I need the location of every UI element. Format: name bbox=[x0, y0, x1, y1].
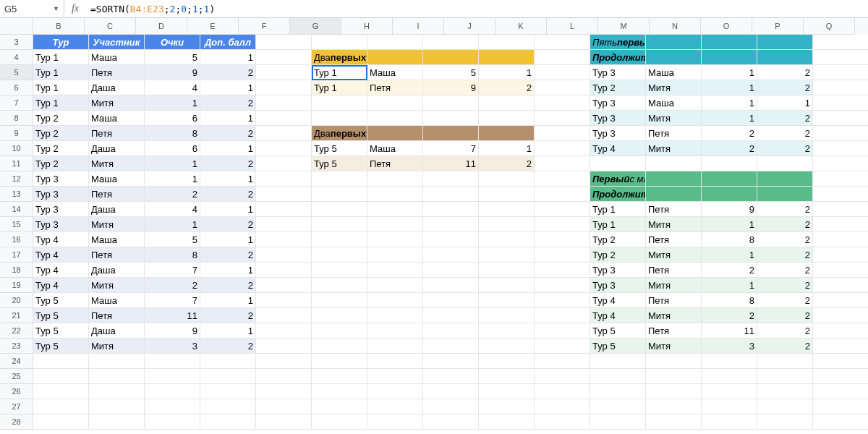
cell-O21[interactable]: 2 bbox=[757, 308, 813, 323]
cell-K3[interactable] bbox=[535, 35, 590, 50]
cell-D27[interactable] bbox=[145, 399, 200, 414]
cell-F16[interactable] bbox=[256, 232, 312, 247]
cell-B7[interactable]: Тур 1 bbox=[33, 95, 89, 111]
cell-K27[interactable] bbox=[535, 399, 590, 414]
cell-I22[interactable] bbox=[423, 323, 479, 339]
cell-G12[interactable] bbox=[312, 171, 367, 187]
cell-G16[interactable] bbox=[312, 232, 367, 247]
cell-H28[interactable] bbox=[367, 414, 423, 430]
cell-C7[interactable]: Митя bbox=[89, 95, 145, 111]
cell-J3[interactable] bbox=[479, 35, 535, 50]
col-header-N[interactable]: N bbox=[650, 18, 701, 35]
row-header-22[interactable]: 22 bbox=[0, 323, 33, 339]
cell-M19[interactable]: Митя bbox=[646, 278, 702, 293]
cell-M7[interactable]: Маша bbox=[646, 95, 702, 111]
cell-B11[interactable]: Тур 2 bbox=[33, 156, 89, 171]
cell-I4[interactable] bbox=[423, 50, 479, 65]
col-header-M[interactable]: M bbox=[598, 18, 650, 35]
cell-G28[interactable] bbox=[312, 414, 367, 430]
col-header-E[interactable]: E bbox=[187, 18, 239, 35]
cell-K13[interactable] bbox=[535, 187, 590, 202]
cell-N25[interactable] bbox=[702, 369, 757, 384]
cell-F3[interactable] bbox=[256, 35, 312, 50]
cell-C27[interactable] bbox=[89, 399, 145, 414]
cell-K25[interactable] bbox=[535, 369, 590, 384]
cell-D24[interactable] bbox=[145, 354, 200, 369]
row-header-28[interactable]: 28 bbox=[0, 414, 33, 430]
cell-G4[interactable]: Два первых участника первого тура bbox=[312, 50, 367, 65]
cell-H17[interactable] bbox=[367, 247, 423, 263]
cell-B10[interactable]: Тур 2 bbox=[33, 141, 89, 156]
cell-G8[interactable] bbox=[312, 111, 367, 126]
cell-O7[interactable]: 1 bbox=[757, 95, 813, 111]
cell-B9[interactable]: Тур 2 bbox=[33, 126, 89, 141]
col-header-K[interactable]: K bbox=[495, 18, 547, 35]
cell-L3[interactable]: Пять первых с мин. очками bbox=[590, 35, 646, 50]
formula-input[interactable]: =SORTN(B4:E23;2;0;1;1) bbox=[86, 4, 868, 14]
cell-K19[interactable] bbox=[535, 278, 590, 293]
cell-P21[interactable] bbox=[813, 308, 868, 323]
cell-M5[interactable]: Маша bbox=[646, 65, 702, 80]
cell-O26[interactable] bbox=[757, 384, 813, 399]
cell-L11[interactable] bbox=[590, 156, 646, 171]
cell-G22[interactable] bbox=[312, 323, 367, 339]
cell-H3[interactable] bbox=[367, 35, 423, 50]
cell-C25[interactable] bbox=[89, 369, 145, 384]
cell-J10[interactable]: 1 bbox=[479, 141, 535, 156]
cell-O8[interactable]: 2 bbox=[757, 111, 813, 126]
cell-B25[interactable] bbox=[33, 369, 89, 384]
cell-E7[interactable]: 2 bbox=[200, 95, 256, 111]
cell-L12[interactable]: Первый с макс. доп. баллами bbox=[590, 171, 646, 187]
cell-J19[interactable] bbox=[479, 278, 535, 293]
cell-O6[interactable]: 2 bbox=[757, 80, 813, 95]
cell-N17[interactable]: 1 bbox=[702, 247, 757, 263]
cell-J24[interactable] bbox=[479, 354, 535, 369]
cell-E18[interactable]: 1 bbox=[200, 263, 256, 278]
cell-J22[interactable] bbox=[479, 323, 535, 339]
cell-L28[interactable] bbox=[590, 414, 646, 430]
cell-E20[interactable]: 1 bbox=[200, 293, 256, 308]
cell-G9[interactable]: Два первых участника последнего тура bbox=[312, 126, 367, 141]
cell-G14[interactable] bbox=[312, 202, 367, 217]
cell-B6[interactable]: Тур 1 bbox=[33, 80, 89, 95]
cell-M9[interactable]: Петя bbox=[646, 126, 702, 141]
cell-E13[interactable]: 2 bbox=[200, 187, 256, 202]
cell-I27[interactable] bbox=[423, 399, 479, 414]
cell-D6[interactable]: 4 bbox=[145, 80, 200, 95]
cell-P5[interactable] bbox=[813, 65, 868, 80]
row-header-23[interactable]: 23 bbox=[0, 339, 33, 354]
cell-N4[interactable] bbox=[702, 50, 757, 65]
cell-E12[interactable]: 1 bbox=[200, 171, 256, 187]
cell-C28[interactable] bbox=[89, 414, 145, 430]
cell-O17[interactable]: 2 bbox=[757, 247, 813, 263]
cell-I9[interactable] bbox=[423, 126, 479, 141]
cell-I25[interactable] bbox=[423, 369, 479, 384]
cell-J16[interactable] bbox=[479, 232, 535, 247]
col-header-F[interactable]: F bbox=[239, 18, 290, 35]
col-header-Q[interactable]: Q bbox=[804, 18, 855, 35]
cell-B23[interactable]: Тур 5 bbox=[33, 339, 89, 354]
cell-I14[interactable] bbox=[423, 202, 479, 217]
cell-G21[interactable] bbox=[312, 308, 367, 323]
cell-C15[interactable]: Митя bbox=[89, 217, 145, 232]
cell-I23[interactable] bbox=[423, 339, 479, 354]
cell-E10[interactable]: 1 bbox=[200, 141, 256, 156]
cell-D15[interactable]: 1 bbox=[145, 217, 200, 232]
cell-C8[interactable]: Маша bbox=[89, 111, 145, 126]
cell-H7[interactable] bbox=[367, 95, 423, 111]
cell-C16[interactable]: Маша bbox=[89, 232, 145, 247]
cell-M20[interactable]: Петя bbox=[646, 293, 702, 308]
cell-G23[interactable] bbox=[312, 339, 367, 354]
cell-B26[interactable] bbox=[33, 384, 89, 399]
cell-D18[interactable]: 7 bbox=[145, 263, 200, 278]
cell-O18[interactable]: 2 bbox=[757, 263, 813, 278]
cell-M14[interactable]: Петя bbox=[646, 202, 702, 217]
cell-J23[interactable] bbox=[479, 339, 535, 354]
cell-F20[interactable] bbox=[256, 293, 312, 308]
row-header-12[interactable]: 12 bbox=[0, 171, 33, 187]
cell-P15[interactable] bbox=[813, 217, 868, 232]
cell-I19[interactable] bbox=[423, 278, 479, 293]
cell-K14[interactable] bbox=[535, 202, 590, 217]
row-header-7[interactable]: 7 bbox=[0, 95, 33, 111]
cell-E27[interactable] bbox=[200, 399, 256, 414]
